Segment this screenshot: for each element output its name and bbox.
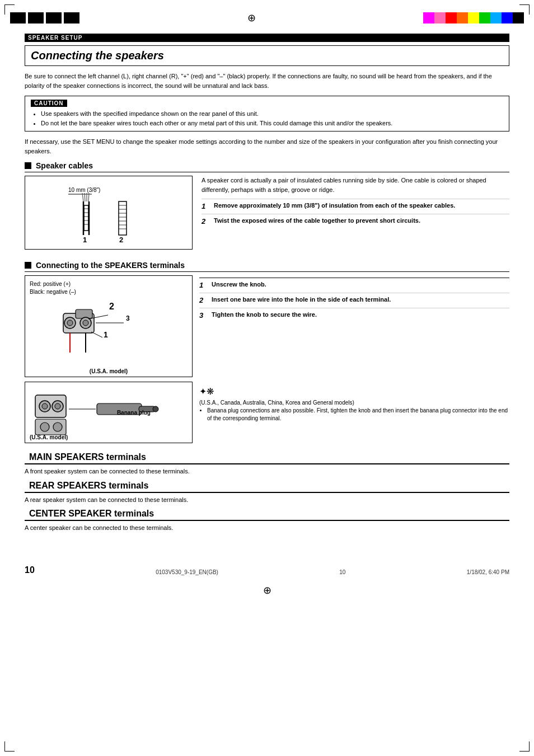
banana-row: Banana plug (U.S.A. model) ✦❋ (U.S.A., C… (25, 382, 509, 448)
svg-point-38 (40, 422, 49, 431)
top-marks: ⊕ (0, 0, 534, 34)
step-num-2: 2 (202, 217, 210, 227)
rear-speakers-section: REAR SPEAKERS terminals A rear speaker s… (25, 481, 509, 505)
terminal-step-3: 3 Tighten the knob to secure the wire. (199, 308, 509, 321)
speaker-cables-title-text: Speaker cables (36, 161, 93, 170)
corner-mark-tr (519, 4, 530, 15)
center-speaker-section: CENTER SPEAKER terminals A center speake… (25, 509, 509, 533)
svg-point-42 (153, 406, 158, 412)
terminal-step-text-2: Insert one bare wire into the hole in th… (212, 295, 391, 304)
compass-icon: ⊕ (247, 12, 256, 24)
cable-num-1: 1 (83, 236, 87, 243)
terminal-num-1: 1 (104, 330, 108, 339)
caution-item-2: Do not let the bare speaker wires touch … (41, 119, 503, 128)
mark-black-4 (64, 12, 79, 24)
corner-mark-br (519, 741, 530, 752)
corner-mark-bl (4, 741, 15, 752)
content: SPEAKER SETUP Connecting the speakers Be… (0, 34, 534, 548)
caution-box: CAUTION Use speakers with the specified … (25, 96, 509, 132)
terminal-step-text-1: Unscrew the knob. (212, 280, 266, 289)
terminals-cols: Red: positive (+) Black: negative (–) 2 … (25, 275, 509, 377)
tip-models: (U.S.A., Canada, Australia, China, Korea… (199, 400, 354, 406)
terminal-step-num-2: 2 (199, 295, 208, 306)
square-icon-2 (25, 262, 31, 269)
main-speakers-desc: A front speaker system can be connected … (25, 467, 509, 476)
svg-rect-7 (84, 205, 88, 231)
svg-point-36 (55, 403, 60, 409)
center-speaker-title: CENTER SPEAKER terminals (25, 509, 509, 521)
terminals-steps: 1 Unscrew the knob. 2 Insert one bare wi… (199, 275, 509, 377)
cables-diagram-box: 10 mm (3/8") (25, 176, 193, 250)
cables-diagram-col: 10 mm (3/8") (25, 176, 193, 254)
bottom-marks: ⊕ (0, 581, 534, 600)
rear-speakers-title-text: REAR SPEAKERS terminals (29, 481, 148, 491)
color-marks (423, 12, 524, 24)
main-speakers-title-text: MAIN SPEAKERS terminals (29, 452, 146, 462)
main-speakers-title: MAIN SPEAKERS terminals (25, 452, 509, 464)
terminal-step-num-3: 3 (199, 311, 208, 321)
banana-label: Banana plug (117, 410, 151, 416)
terminals-section-title: Connecting to the SPEAKERS terminals (25, 261, 509, 272)
section-header-text: SPEAKER SETUP (28, 35, 82, 41)
step-text-2: Twist the exposed wires of the cable tog… (214, 217, 420, 225)
banana-usa-label: (U.S.A. model) (30, 434, 68, 440)
rear-speakers-desc: A rear speaker system can be connected t… (25, 495, 509, 505)
page-footer: 10 0103V530_9-19_EN(GB) 10 1/18/02, 6:40… (0, 560, 534, 581)
svg-point-34 (42, 403, 48, 409)
speaker-cord-desc: A speaker cord is actually a pair of ins… (202, 176, 509, 194)
terminal-num-2: 2 (109, 302, 114, 311)
corner-mark-tl (4, 4, 15, 15)
speaker-cables-title: Speaker cables (25, 161, 509, 172)
terminal-labels: Red: positive (+) Black: negative (–) (30, 280, 188, 296)
main-speakers-section: MAIN SPEAKERS terminals A front speaker … (25, 452, 509, 476)
terminal-num-3: 3 (126, 314, 130, 322)
cable-num-2: 2 (119, 236, 123, 243)
terminal-svg: 2 3 1 (30, 299, 175, 367)
footer-page-label: 10 (339, 569, 345, 575)
tip-text: (U.S.A., Canada, Australia, China, Korea… (199, 399, 509, 422)
section-header-bar: SPEAKER SETUP (25, 34, 509, 42)
caution-title: CAUTION (31, 100, 67, 107)
red-label: Red: positive (+) (30, 281, 71, 287)
cables-step-1: 1 Remove approximately 10 mm (3/8") of i… (202, 199, 509, 212)
mark-black-2 (28, 12, 44, 24)
page: ⊕ SPEAKER SETUP Connecting the speakers … (0, 0, 534, 756)
terminal-step-1: 1 Unscrew the knob. (199, 278, 509, 290)
terminal-diagram-inner: 2 3 1 (30, 299, 188, 372)
step-num-1: 1 (202, 201, 210, 212)
cables-diagram-svg: 10 mm (3/8") (36, 182, 181, 243)
svg-point-26 (83, 320, 88, 326)
tip-text-content: Banana plug connections are also possibl… (207, 407, 509, 422)
square-icon (25, 162, 31, 169)
mm-label: 10 mm (3/8") (68, 187, 100, 193)
left-marks (10, 12, 79, 24)
svg-line-31 (91, 332, 102, 337)
footer-code: 0103V530_9-19_EN(GB) (156, 569, 218, 575)
bottom-compass-icon: ⊕ (263, 584, 271, 597)
black-label: Black: negative (–) (30, 289, 76, 295)
svg-point-24 (67, 320, 73, 326)
terminal-step-num-1: 1 (199, 280, 208, 290)
center-speaker-desc: A center speaker can be connected to the… (25, 523, 509, 533)
tip-icon: ✦❋ (199, 386, 509, 397)
footer-date: 1/18/02, 6:40 PM (467, 569, 509, 575)
banana-box: Banana plug (U.S.A. model) (25, 382, 193, 443)
page-number: 10 (25, 565, 35, 575)
main-title: Connecting the speakers (25, 45, 509, 66)
center-speaker-title-text: CENTER SPEAKER terminals (29, 509, 154, 519)
cables-step-2: 2 Twist the exposed wires of the cable t… (202, 214, 509, 227)
terminals-title-text: Connecting to the SPEAKERS terminals (36, 261, 185, 270)
caution-item-1: Use speakers with the specified impedanc… (41, 109, 503, 119)
rear-speakers-title: REAR SPEAKERS terminals (25, 481, 509, 493)
cables-info-col: A speaker cord is actually a pair of ins… (202, 176, 509, 254)
svg-rect-13 (119, 201, 127, 235)
step-text-1: Remove approximately 10 mm (3/8") of ins… (214, 201, 455, 210)
banana-svg (30, 387, 175, 437)
caution-list: Use speakers with the specified impedanc… (31, 109, 503, 128)
mark-black-3 (46, 12, 62, 24)
svg-rect-22 (76, 309, 92, 318)
intro-text: Be sure to connect the left channel (L),… (25, 72, 509, 90)
terminal-step-2: 2 Insert one bare wire into the hole in … (199, 293, 509, 306)
banana-tip: ✦❋ (U.S.A., Canada, Australia, China, Ko… (199, 382, 509, 448)
svg-point-39 (53, 422, 62, 431)
